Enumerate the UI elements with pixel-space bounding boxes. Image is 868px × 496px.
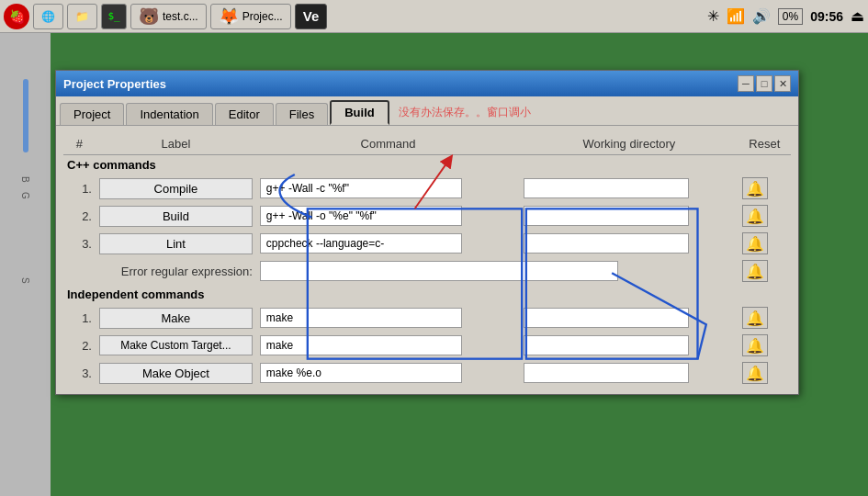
tab-hint: 没有办法保存。。窗口调小 xyxy=(391,101,538,124)
col-command: Command xyxy=(256,133,520,155)
build-label: Build xyxy=(99,206,253,227)
sidebar-label-b: B xyxy=(20,176,30,183)
error-reset-button[interactable]: 🔔 xyxy=(742,260,768,282)
tab-indentation[interactable]: Indentation xyxy=(126,103,212,125)
cpp-section-label: C++ commands xyxy=(63,155,791,175)
build-reset-button[interactable]: 🔔 xyxy=(742,205,768,227)
lint-reset-button[interactable]: 🔔 xyxy=(742,232,768,254)
lint-dir-input[interactable] xyxy=(524,233,689,254)
compile-dir-input[interactable] xyxy=(524,178,689,198)
row1-num: 1. xyxy=(63,175,96,202)
lint-label: Lint xyxy=(99,233,253,254)
app1-text: test.c... xyxy=(163,10,198,23)
table-row: 3. Lint 🔔 xyxy=(63,230,791,257)
audio-icon: 🔊 xyxy=(752,7,771,25)
battery-display: 0% xyxy=(778,8,803,25)
build-table: # Label Command Working directory Reset … xyxy=(63,133,791,387)
tab-editor[interactable]: Editor xyxy=(215,103,274,125)
cpp-section-header: C++ commands xyxy=(63,155,791,175)
table-row: 1. Make 🔔 xyxy=(63,304,791,332)
compile-label: Compile xyxy=(99,178,253,199)
taskbar: 🍓 🌐 📁 $_ 🐻 Compile test.c... 🦊 Projec...… xyxy=(0,0,868,33)
file-manager-btn[interactable]: 📁 xyxy=(67,4,97,29)
project-properties-dialog: Project Properties ─ □ ✕ Project Indenta… xyxy=(55,70,799,395)
app2-btn[interactable]: 🦊 Projec... xyxy=(210,4,291,29)
ind-row1-num: 1. xyxy=(63,304,96,332)
make-object-label: Make Object xyxy=(99,363,253,384)
tabs-row: Project Indentation Editor Files Build 没… xyxy=(56,96,798,126)
desktop: B G S Project Properties ─ □ ✕ Project I… xyxy=(0,33,868,496)
table-row: 3. Make Object 🔔 xyxy=(63,359,791,387)
titlebar-controls: ─ □ ✕ xyxy=(738,75,791,92)
ind-row3-num: 3. xyxy=(63,359,96,387)
close-button[interactable]: ✕ xyxy=(774,75,791,92)
tab-build[interactable]: Build xyxy=(330,100,389,125)
table-row: 1. Compile 🔔 xyxy=(63,175,791,202)
sidebar-label-s: S xyxy=(20,277,30,284)
app2-text: Projec... xyxy=(242,10,283,23)
dialog-title: Project Properties xyxy=(63,77,166,91)
make-label: Make xyxy=(99,308,253,329)
make-custom-label: Make Custom Target... xyxy=(99,335,253,355)
dialog-titlebar: Project Properties ─ □ ✕ xyxy=(56,71,798,96)
sidebar-label-g: G xyxy=(20,192,30,199)
ve-btn[interactable]: Ve xyxy=(295,4,328,29)
build-command-input[interactable] xyxy=(260,206,462,226)
terminal-btn[interactable]: $_ xyxy=(101,4,127,29)
row3-num: 3. xyxy=(63,230,96,257)
table-row: 2. Make Custom Target... 🔔 xyxy=(63,332,791,359)
sidebar-scrollbar[interactable] xyxy=(23,79,28,152)
build-dir-input[interactable] xyxy=(524,206,689,226)
ind-row2-num: 2. xyxy=(63,332,96,359)
tab-files[interactable]: Files xyxy=(276,103,328,125)
make-custom-command-input[interactable] xyxy=(260,335,462,355)
browser-btn[interactable]: 🌐 xyxy=(33,4,63,29)
row2-num: 2. xyxy=(63,202,96,230)
maximize-button[interactable]: □ xyxy=(756,75,772,92)
bluetooth-icon: ✳ xyxy=(707,7,719,25)
make-command-input[interactable] xyxy=(260,308,462,328)
make-reset-button[interactable]: 🔔 xyxy=(742,307,768,329)
make-object-reset-button[interactable]: 🔔 xyxy=(742,362,768,384)
eject-icon: ⏏ xyxy=(851,7,864,25)
compile-command-input[interactable] xyxy=(260,178,462,198)
sidebar: B G S xyxy=(0,33,51,496)
table-row: 2. Build 🔔 xyxy=(63,202,791,230)
clock: 09:56 xyxy=(810,9,843,24)
taskbar-right: ✳ 📶 🔊 0% 09:56 ⏏ xyxy=(707,7,864,25)
col-working-dir: Working directory xyxy=(520,133,738,155)
make-custom-reset-button[interactable]: 🔔 xyxy=(742,334,768,356)
col-num: # xyxy=(63,133,96,155)
error-regex-row: Error regular expression: 🔔 xyxy=(63,257,791,285)
app1-btn[interactable]: 🐻 Compile test.c... xyxy=(130,4,207,29)
make-custom-dir-input[interactable] xyxy=(524,335,689,355)
error-label: Error regular expression: xyxy=(63,257,256,285)
col-reset: Reset xyxy=(738,133,791,155)
minimize-button[interactable]: ─ xyxy=(738,75,754,92)
lint-command-input[interactable] xyxy=(260,233,462,254)
dialog-body: # Label Command Working directory Reset … xyxy=(56,126,798,394)
independent-section-label: Independent commands xyxy=(63,285,791,304)
compile-reset-button[interactable]: 🔔 xyxy=(742,177,768,199)
make-dir-input[interactable] xyxy=(524,308,689,328)
error-regex-input[interactable] xyxy=(260,261,618,281)
make-object-command-input[interactable] xyxy=(260,363,462,383)
tab-project[interactable]: Project xyxy=(60,103,124,125)
wifi-icon: 📶 xyxy=(727,7,745,25)
raspberry-pi-icon[interactable]: 🍓 xyxy=(4,4,29,29)
make-object-dir-input[interactable] xyxy=(524,363,689,383)
col-label: Label xyxy=(96,133,256,155)
independent-section-header: Independent commands xyxy=(63,285,791,304)
